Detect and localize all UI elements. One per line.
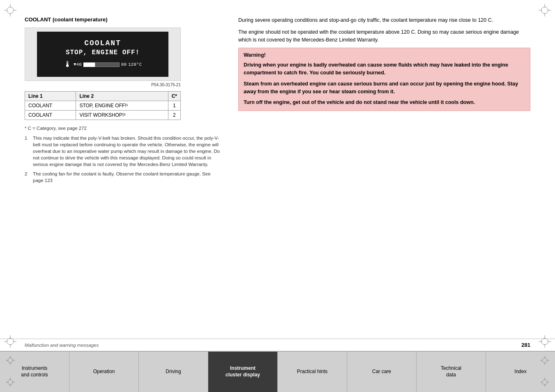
gauge-fill-bar (83, 62, 95, 67)
footnote-star-text: * C = Category, see page 272 (25, 125, 87, 131)
nav-item-1[interactable]: Operation (69, 352, 139, 392)
nav-corner-br (540, 378, 549, 388)
table-cell-line2: STOP, ENGINE OFF!¹ (76, 101, 168, 111)
page-number: 281 (521, 342, 530, 348)
nav-corner-tr (540, 356, 549, 366)
nav-item-4[interactable]: Practical hints (278, 352, 347, 392)
table-cell-c: 1 (168, 101, 180, 111)
footnote-text: The cooling fan for the coolant is fault… (33, 171, 222, 184)
nav-items: Instruments and controlsOperationDriving… (0, 352, 555, 392)
svg-point-35 (542, 380, 547, 385)
warning-paragraph: Turn off the engine, get out of the vehi… (244, 99, 525, 106)
table-cell-line1: COOLANT (25, 101, 76, 111)
warning-paragraph: Driving when your engine is badly overhe… (244, 61, 525, 77)
page-footer: Malfunction and warning messages 281 (0, 339, 555, 351)
table-cell-line1: COOLANT (25, 111, 76, 120)
nav-item-3[interactable]: Instrument cluster display (208, 352, 278, 392)
footnote-item: 1 This may indicate that the poly-V-belt… (25, 135, 222, 168)
gauge-row: 🌡 ▼40 80 120°C (64, 60, 142, 69)
footnotes-container: 1 This may indicate that the poly-V-belt… (25, 135, 222, 184)
right-paragraph: During severe operating conditions and s… (238, 16, 530, 24)
instrument-display: COOLANT STOP, ENGINE OFF! 🌡 ▼40 80 120°C (25, 28, 181, 81)
warning-title: Warning! (244, 52, 525, 58)
warning-box: Warning! Driving when your engine is bad… (238, 48, 530, 111)
display-line2: STOP, ENGINE OFF! (66, 49, 140, 56)
footnote-star-item: * C = Category, see page 272 (25, 125, 222, 131)
display-inner: COOLANT STOP, ENGINE OFF! 🌡 ▼40 80 120°C (37, 32, 168, 77)
gauge-right-label: 120°C (128, 62, 142, 67)
nav-item-5[interactable]: Car care (347, 352, 417, 392)
nav-bar: Instruments and controlsOperationDriving… (0, 351, 555, 392)
warning-paragraph: Steam from an overheated engine can caus… (244, 80, 525, 96)
svg-point-25 (542, 358, 547, 363)
footer-section-label: Malfunction and warning messages (25, 343, 99, 348)
nav-corner-tl (6, 356, 15, 366)
footnote-item: 2 The cooling fan for the coolant is fau… (25, 171, 222, 184)
footnote-number: 2 (25, 171, 30, 184)
gauge-thermo-icon: 🌡 (64, 60, 72, 69)
right-text: During severe operating conditions and s… (238, 16, 530, 44)
warning-paragraphs: Driving when your engine is badly overhe… (244, 61, 525, 106)
footnote-star: * C = Category, see page 272 (25, 125, 222, 131)
left-column: COOLANT (coolant temperature) COOLANT ST… (25, 16, 222, 343)
display-line1: COOLANT (84, 39, 121, 47)
right-paragraph: The engine should not be operated with t… (238, 28, 530, 44)
coolant-table: Line 1 Line 2 C* COOLANT STOP, ENGINE OF… (25, 91, 181, 120)
table-row: COOLANT VISIT WORKSHOP!² 2 (25, 111, 181, 120)
page-content: COOLANT (coolant temperature) COOLANT ST… (0, 0, 555, 351)
nav-item-2[interactable]: Driving (139, 352, 208, 392)
section-title: COOLANT (coolant temperature) (25, 16, 222, 23)
table-header-c: C* (168, 92, 180, 101)
table-header-line2: Line 2 (76, 92, 168, 101)
nav-item-6[interactable]: Technical data (417, 352, 486, 392)
nav-corner-bl (6, 378, 15, 388)
table-cell-c: 2 (168, 111, 180, 120)
footnote-text: This may indicate that the poly-V-belt h… (33, 135, 222, 168)
gauge-empty-bar (95, 62, 120, 67)
display-caption: P54.30-3175-21 (25, 83, 181, 87)
right-column: During severe operating conditions and s… (238, 16, 530, 343)
gauge-mid-label: 80 (121, 62, 127, 67)
svg-point-20 (8, 358, 13, 363)
table-row: COOLANT STOP, ENGINE OFF!¹ 1 (25, 101, 181, 111)
gauge-left-label: ▼40 (74, 62, 82, 67)
table-header-line1: Line 1 (25, 92, 76, 101)
footnote-number: 1 (25, 135, 30, 168)
table-cell-line2: VISIT WORKSHOP!² (76, 111, 168, 120)
svg-point-30 (8, 380, 13, 385)
